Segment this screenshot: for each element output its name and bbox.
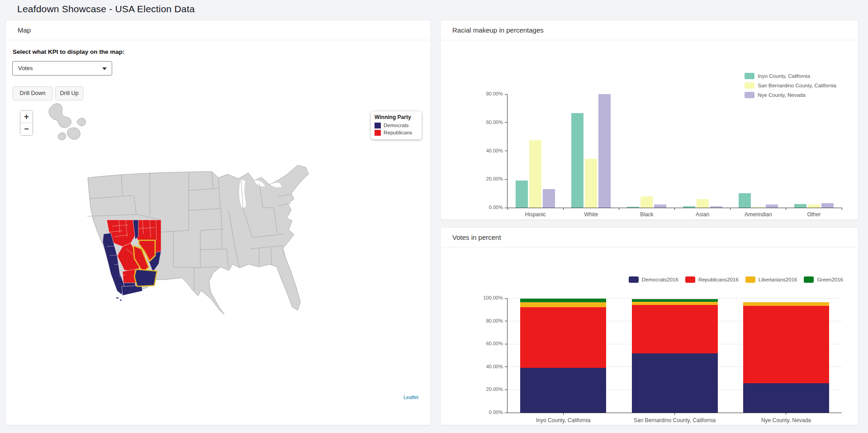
- racial-makeup-panel: Racial makeup in percentages Inyo County…: [440, 20, 859, 220]
- bar-Hispanic-Inyo County, California: [516, 181, 528, 208]
- channel-island: [120, 300, 122, 301]
- y-tick-label: 40.00%: [471, 364, 503, 369]
- legend-item-San Bernardino County, California[interactable]: San Bernardino County, California: [745, 82, 836, 89]
- bar-Asian-Inyo County, California: [683, 206, 695, 208]
- legend-label: Inyo County, California: [758, 73, 810, 79]
- segment-San Bernardino County, California-Republicans2016: [632, 305, 718, 353]
- legend-item-Green2016[interactable]: Green2016: [804, 276, 843, 283]
- legend-swatch: [804, 276, 814, 283]
- drill-down-button[interactable]: Drill Down: [13, 86, 52, 100]
- northwest-islands: [49, 104, 85, 140]
- bar-Black-Nye County, Nevada: [654, 205, 666, 208]
- y-tick-label: 60.00%: [471, 341, 503, 346]
- bar-Other-Inyo County, California: [794, 204, 806, 208]
- y-tick-label: 20.00%: [471, 176, 503, 181]
- legend-label: Libertarians2016: [759, 277, 797, 282]
- racial-makeup-chart: Inyo County, CaliforniaSan Bernardino Co…: [441, 40, 858, 219]
- map-panel: Map Select what KPI to display on the ma…: [5, 20, 431, 425]
- y-tick-mark: [505, 179, 507, 180]
- county-region-socal-democrat[interactable]: [122, 285, 142, 295]
- bar-Amerindian-Inyo County, California: [739, 193, 751, 208]
- segment-Inyo County, California-Libertarians2016: [520, 302, 606, 307]
- bar-Black-Inyo County, California: [627, 207, 639, 208]
- x-tick-mark: [674, 208, 675, 210]
- y-tick-mark: [505, 94, 507, 95]
- segment-Inyo County, California-Green2016: [520, 299, 606, 303]
- segment-Inyo County, California-Democrats2016: [520, 368, 606, 413]
- legend-label: Nye County, Nevada: [758, 92, 805, 98]
- leaflet-map[interactable]: [6, 20, 432, 426]
- segment-Inyo County, California-Republicans2016: [520, 307, 606, 368]
- y-tick-mark: [505, 321, 507, 321]
- leaflet-attribution-link[interactable]: Leaflet: [402, 394, 420, 400]
- x-category-label: Hispanic: [508, 211, 563, 218]
- segment-San Bernardino County, California-Democrats2016: [632, 353, 718, 413]
- y-tick-mark: [505, 366, 507, 367]
- county-region-kern-republican[interactable]: [123, 269, 136, 284]
- segment-San Bernardino County, California-Green2016: [632, 299, 718, 302]
- bar-Amerindian-San Bernardino County, California: [752, 207, 764, 208]
- x-tick-mark: [563, 208, 564, 210]
- bar-White-San Bernardino County, California: [585, 159, 597, 208]
- y-tick-label: 0.00%: [471, 409, 503, 415]
- votes-percent-panel: Votes in percent Democrats2016Republican…: [440, 227, 859, 425]
- y-tick-mark: [505, 390, 507, 390]
- winning-party-legend-title: Winning Party: [375, 114, 418, 120]
- legend-item-Nye County, Nevada[interactable]: Nye County, Nevada: [745, 92, 836, 98]
- zoom-out-button[interactable]: −: [20, 123, 33, 135]
- legend-swatch: [745, 92, 754, 98]
- y-tick-mark: [505, 344, 507, 344]
- y-tick-label: 20.00%: [471, 386, 503, 392]
- y-tick-label: 100.00%: [471, 295, 503, 300]
- legend-item-Inyo County, California[interactable]: Inyo County, California: [745, 73, 836, 79]
- legend-swatch: [375, 130, 381, 136]
- chevron-down-icon: [102, 67, 107, 70]
- y-tick-label: 0.00%: [471, 205, 503, 210]
- segment-San Bernardino County, California-Libertarians2016: [632, 302, 718, 305]
- drill-up-button[interactable]: Drill Up: [55, 86, 83, 100]
- x-category-label: Other: [786, 211, 842, 218]
- winning-party-legend-item: Republicans: [375, 129, 418, 136]
- winning-party-legend: Winning Party DemocratsRepublicans: [371, 111, 422, 139]
- bar-Other-Nye County, Nevada: [821, 203, 834, 208]
- y-tick-label: 40.00%: [471, 148, 503, 153]
- legend-item-Republicans2016[interactable]: Republicans2016: [685, 276, 739, 283]
- x-category-label: Asian: [675, 211, 730, 218]
- x-tick-mark: [674, 413, 675, 415]
- x-category-label: Amerindian: [730, 211, 786, 218]
- bar-Hispanic-San Bernardino County, California: [529, 140, 541, 208]
- x-tick-mark: [786, 413, 786, 415]
- x-category-label: White: [563, 211, 619, 218]
- bar-Black-San Bernardino County, California: [640, 196, 653, 208]
- legend-label: Green2016: [817, 277, 843, 282]
- legend-label: San Bernardino County, California: [758, 83, 836, 88]
- votes-percent-chart: Democrats2016Republicans2016Libertarians…: [441, 247, 858, 425]
- x-tick-mark: [619, 208, 619, 210]
- channel-island: [116, 297, 119, 299]
- legend-swatch: [745, 73, 754, 79]
- legend-swatch: [745, 276, 755, 283]
- legend-label: Republicans2016: [698, 277, 739, 282]
- legend-item-Democrats2016[interactable]: Democrats2016: [629, 276, 678, 283]
- kpi-select-dropdown[interactable]: Votes: [12, 61, 112, 76]
- legend-swatch: [375, 123, 381, 128]
- county-san-bernardino-highlight[interactable]: [134, 269, 157, 286]
- bar-Other-San Bernardino County, California: [808, 205, 820, 208]
- kpi-select-label: Select what KPI to display on the map:: [13, 48, 125, 55]
- bar-White-Nye County, Nevada: [598, 94, 611, 208]
- racial-chart-legend: Inyo County, CaliforniaSan Bernardino Co…: [745, 73, 836, 98]
- bar-White-Inyo County, California: [571, 113, 583, 208]
- segment-Nye County, Nevada-Libertarians2016: [743, 302, 829, 306]
- legend-label: Democrats2016: [642, 277, 678, 282]
- y-tick-label: 80.00%: [471, 318, 503, 324]
- y-tick-label: 80.00%: [471, 91, 503, 96]
- legend-swatch: [745, 82, 754, 89]
- winning-party-legend-item: Democrats: [375, 122, 418, 129]
- zoom-in-button[interactable]: +: [20, 111, 33, 123]
- x-tick-mark: [842, 208, 842, 210]
- legend-item-Libertarians2016[interactable]: Libertarians2016: [745, 276, 797, 283]
- page-title: Leafdown Showcase - USA Election Data: [17, 4, 195, 14]
- bar-Asian-San Bernardino County, California: [697, 199, 709, 208]
- racial-panel-title: Racial makeup in percentages: [441, 20, 858, 40]
- x-category-label: Nye County, Nevada: [730, 417, 842, 423]
